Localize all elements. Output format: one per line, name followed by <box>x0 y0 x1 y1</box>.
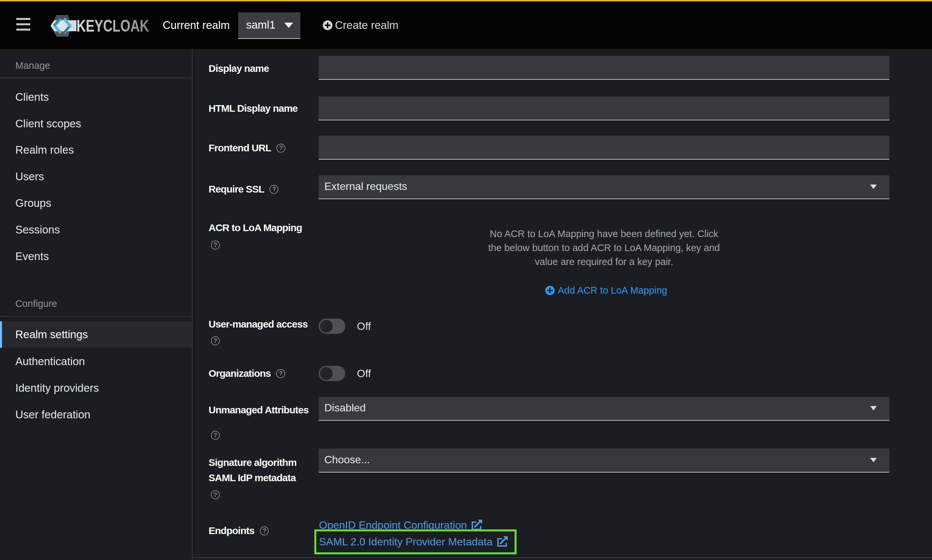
svg-text:KEYCLOAK: KEYCLOAK <box>77 17 149 35</box>
